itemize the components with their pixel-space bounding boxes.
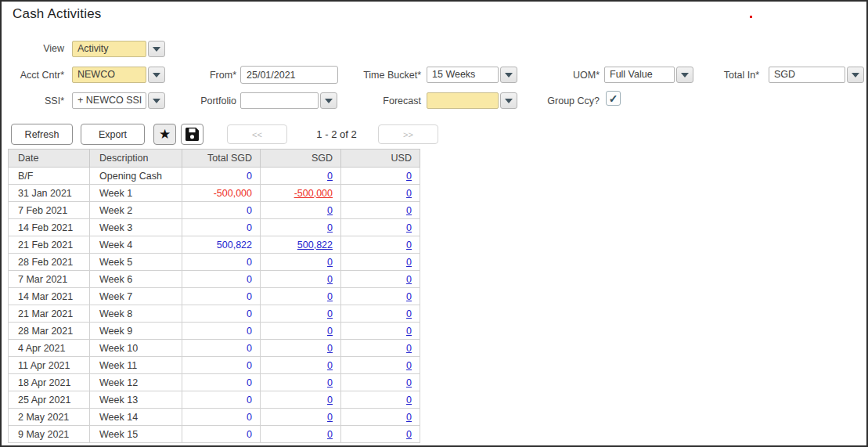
cell-amount-link[interactable]: 0 (406, 257, 412, 268)
column-header-date[interactable]: Date (9, 150, 90, 168)
cell-amount-link[interactable]: 0 (327, 257, 333, 268)
total-in-select-value[interactable]: SGD (769, 67, 845, 83)
table-row: 7 Mar 2021Week 6000 (9, 271, 420, 288)
cell-amount-link[interactable]: 0 (406, 429, 412, 440)
cell-text: Week 1 (90, 185, 182, 202)
cell-text: B/F (9, 168, 90, 185)
column-header-total-sgd[interactable]: Total SGD (182, 150, 261, 168)
cell-amount-link[interactable]: 0 (327, 412, 333, 423)
acct-cntr-label: Acct Cntr* (2, 70, 64, 81)
cell-text: 7 Mar 2021 (9, 271, 90, 288)
favorite-button[interactable]: ★ (153, 124, 176, 145)
cell-text: 2 May 2021 (9, 409, 90, 426)
cell-amount-link[interactable]: 0 (406, 395, 412, 406)
forecast-select-value[interactable] (427, 92, 499, 109)
column-header-sgd[interactable]: SGD (261, 150, 341, 168)
cell-amount-link[interactable]: 0 (327, 222, 333, 233)
cell-text: Week 8 (90, 305, 182, 323)
cell-amount-link[interactable]: 0 (327, 429, 333, 440)
cell-amount-link[interactable]: 500,822 (297, 240, 333, 251)
cell-amount-link[interactable]: -500,000 (294, 188, 333, 199)
cell-text: Week 9 (90, 323, 182, 340)
portfolio-label: Portfolio (142, 96, 236, 106)
ssi-select-value[interactable]: + NEWCO SSI (72, 92, 146, 109)
ssi-label: SSI* (2, 96, 64, 106)
table-row: 9 May 2021Week 15000 (9, 426, 420, 443)
cell-amount-link[interactable]: 0 (327, 291, 333, 302)
save-button[interactable] (181, 124, 203, 145)
cell-amount-link[interactable]: 0 (406, 205, 412, 216)
cell-amount-link[interactable]: 0 (327, 343, 333, 354)
cell-amount-link[interactable]: 0 (406, 377, 412, 388)
cell-text: Week 10 (90, 340, 182, 357)
cell-amount: 0 (247, 274, 252, 285)
cell-text: Week 5 (90, 254, 182, 271)
total-in-select[interactable]: SGD (769, 67, 864, 83)
column-header-usd[interactable]: USD (341, 150, 420, 168)
view-dropdown-arrow[interactable] (148, 41, 165, 57)
cell-amount-link[interactable]: 0 (406, 188, 412, 199)
table-row: 28 Mar 2021Week 9000 (9, 323, 420, 340)
cell-amount-link[interactable]: 0 (406, 412, 412, 423)
cell-amount-link[interactable]: 0 (406, 326, 412, 337)
view-select-value[interactable]: Activity (72, 41, 146, 57)
cell-amount-link[interactable]: 0 (327, 308, 333, 319)
cell-amount-link[interactable]: 0 (406, 291, 412, 302)
total-in-label: Total In* (663, 70, 759, 81)
cell-amount: 0 (247, 412, 252, 423)
table-row: 2 May 2021Week 14000 (9, 409, 420, 426)
time-bucket-select-value[interactable]: 15 Weeks (427, 67, 499, 83)
table-row: 28 Feb 2021Week 5000 (9, 254, 420, 271)
cell-amount: 0 (247, 222, 252, 233)
table-row: 14 Mar 2021Week 7000 (9, 288, 420, 305)
cell-amount-link[interactable]: 0 (327, 274, 333, 285)
red-dot-artifact (750, 16, 752, 18)
prev-page-button[interactable]: << (227, 124, 287, 144)
from-label: From* (142, 70, 236, 81)
cell-text: Week 7 (90, 288, 182, 305)
next-page-button[interactable]: >> (378, 124, 438, 144)
cell-amount-link[interactable]: 0 (327, 171, 333, 182)
cell-text: 21 Mar 2021 (9, 305, 90, 323)
cell-text: 4 Apr 2021 (9, 340, 90, 357)
refresh-button[interactable]: Refresh (11, 124, 73, 145)
cell-amount-link[interactable]: 0 (406, 240, 412, 251)
cell-amount: 500,822 (217, 240, 252, 251)
chevron-down-icon (852, 73, 859, 78)
cell-text: Week 12 (90, 374, 182, 391)
column-header-description[interactable]: Description (90, 150, 182, 168)
cell-amount-link[interactable]: 0 (327, 377, 333, 388)
view-select[interactable]: Activity (72, 41, 165, 57)
cell-amount: 0 (247, 291, 252, 302)
view-label: View (2, 43, 64, 54)
table-row: 4 Apr 2021Week 10000 (9, 340, 420, 357)
cell-amount-link[interactable]: 0 (406, 308, 412, 319)
cell-amount-link[interactable]: 0 (327, 360, 333, 371)
cell-amount: 0 (247, 343, 252, 354)
cell-amount-link[interactable]: 0 (327, 205, 333, 216)
cell-amount: 0 (247, 377, 252, 388)
cell-text: 21 Feb 2021 (9, 236, 90, 254)
cell-amount-link[interactable]: 0 (406, 360, 412, 371)
cell-amount-link[interactable]: 0 (406, 343, 412, 354)
cell-amount-link[interactable]: 0 (327, 395, 333, 406)
portfolio-select-value[interactable] (240, 92, 319, 109)
cell-amount: 0 (247, 205, 252, 216)
export-button[interactable]: Export (81, 124, 145, 145)
check-icon: ✓ (609, 93, 618, 104)
cell-amount-link[interactable]: 0 (406, 274, 412, 285)
acct-cntr-select-value[interactable]: NEWCO (72, 67, 146, 83)
cell-amount-link[interactable]: 0 (406, 171, 412, 182)
table-row: 21 Feb 2021Week 4500,822500,8220 (9, 236, 420, 254)
time-bucket-label: Time Bucket* (315, 70, 421, 81)
cell-text: 9 May 2021 (9, 426, 90, 443)
cell-amount-link[interactable]: 0 (406, 222, 412, 233)
chevron-down-icon (153, 47, 160, 52)
cell-text: 28 Feb 2021 (9, 254, 90, 271)
table-row: 7 Feb 2021Week 2000 (9, 202, 420, 219)
cell-amount-link[interactable]: 0 (327, 326, 333, 337)
group-ccy-checkbox[interactable]: ✓ (606, 91, 621, 106)
table-row: 25 Apr 2021Week 13000 (9, 391, 420, 409)
total-in-dropdown-arrow[interactable] (847, 67, 864, 83)
cell-text: 28 Mar 2021 (9, 323, 90, 340)
